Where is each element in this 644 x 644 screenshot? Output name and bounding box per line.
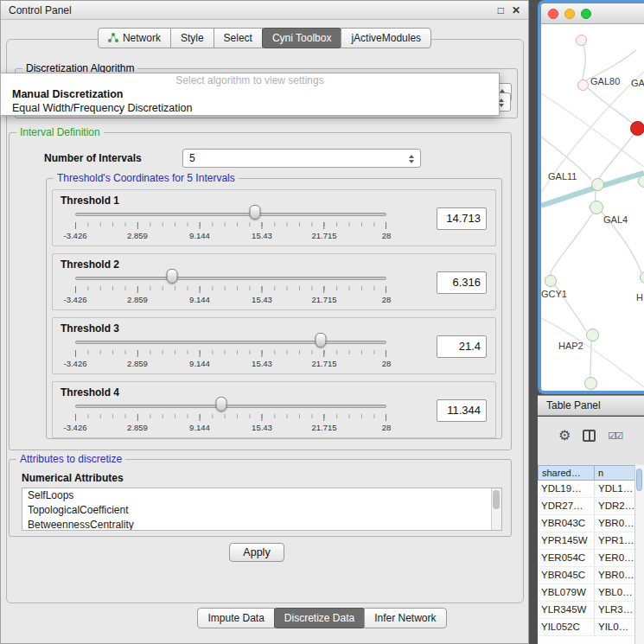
columns-icon[interactable]: [583, 430, 596, 442]
network-node[interactable]: [576, 35, 587, 46]
tab-infer-network[interactable]: Infer Network: [364, 608, 446, 628]
slider-tick-labels: -3.426 2.859 9.144 15.43 21.715 28: [75, 359, 386, 368]
slider-major-ticks: [75, 414, 386, 421]
slider-major-ticks: [75, 350, 386, 357]
table-cell[interactable]: YDL19…: [538, 481, 595, 497]
threshold-4-slider[interactable]: -3.426 2.859 9.144 15.43 21.715 28: [75, 396, 386, 436]
tab-impute-data[interactable]: Impute Data: [197, 608, 274, 628]
tick-label: 21.715: [311, 295, 336, 304]
threshold-1-value-field[interactable]: 14.713: [437, 207, 487, 230]
threshold-4-value-field[interactable]: 11.344: [437, 399, 487, 422]
table-cell[interactable]: YDR27…: [538, 498, 595, 514]
tab-label: Select: [224, 32, 252, 44]
spinner-arrows-icon: [407, 152, 416, 165]
slider-tick-labels: -3.426 2.859 9.144 15.43 21.715 28: [75, 295, 386, 304]
table-row[interactable]: YPR145WYPR1…: [538, 532, 644, 550]
slider-handle[interactable]: [249, 205, 260, 220]
zoom-traffic-light[interactable]: [581, 9, 591, 19]
close-traffic-light[interactable]: [548, 9, 558, 19]
node-label-gal80: GAL80: [590, 76, 620, 86]
slider-track[interactable]: [75, 341, 386, 344]
table-row[interactable]: YDL19…YDL1…: [538, 481, 644, 498]
slider-track[interactable]: [75, 277, 386, 280]
tick-label: 15.43: [252, 231, 272, 240]
group-title: Attributes to discretize: [16, 453, 125, 465]
network-canvas[interactable]: GAL80 GA GAL11 GAL4 GCY1 HAP2 H: [541, 24, 644, 391]
tick-label: 28: [382, 295, 392, 304]
table-cell[interactable]: YBR045C: [538, 567, 595, 583]
number-of-intervals-label: Number of Intervals: [44, 152, 142, 164]
slider-track[interactable]: [75, 405, 386, 408]
slider-handle[interactable]: [216, 397, 227, 411]
node-label-gal4: GAL4: [603, 214, 628, 225]
threshold-3-slider[interactable]: -3.426 2.859 9.144 15.43 21.715 28: [75, 332, 386, 372]
table-cell[interactable]: YBL079W: [538, 584, 595, 601]
close-window-icon[interactable]: ✕: [512, 5, 520, 16]
table-panel-header: Table Panel: [538, 395, 644, 416]
select-columns-icon[interactable]: ☑☑: [608, 430, 622, 442]
network-node-selected[interactable]: [630, 121, 644, 136]
number-of-intervals-spinner[interactable]: 5: [182, 149, 421, 168]
network-node[interactable]: [590, 201, 603, 214]
tick-label: 2.859: [127, 359, 148, 368]
table-row[interactable]: YBL079WYBL0…: [538, 584, 644, 602]
table-row[interactable]: YER054CYER0…: [538, 550, 644, 567]
threshold-1-slider[interactable]: -3.426 2.859 9.144 15.43 21.715 28: [75, 204, 386, 244]
tab-discretize-data[interactable]: Discretize Data: [274, 608, 365, 628]
column-header-shared-name[interactable]: shared…: [538, 465, 595, 481]
threshold-3-value-field[interactable]: 21.4: [437, 335, 487, 358]
tick-label: 15.43: [252, 423, 272, 432]
apply-button[interactable]: Apply: [229, 543, 284, 562]
gear-icon[interactable]: ⚙: [558, 429, 571, 443]
float-window-icon[interactable]: □: [498, 5, 504, 16]
numerical-attributes-label: Numerical Attributes: [22, 472, 124, 484]
tick-label: 21.715: [311, 359, 336, 368]
network-node[interactable]: [584, 377, 597, 390]
tab-cyni-toolbox[interactable]: Cyni Toolbox: [262, 28, 341, 48]
list-item[interactable]: TopologicalCoefficient: [22, 503, 501, 518]
network-icon: [108, 33, 118, 43]
tab-label: Style: [181, 32, 204, 44]
tick-label: -3.426: [64, 295, 87, 304]
list-scrollbar[interactable]: [491, 488, 501, 530]
tick-label: 15.43: [252, 295, 272, 304]
tab-style[interactable]: Style: [170, 28, 214, 48]
tab-jactivemodules[interactable]: jActiveModules: [341, 28, 431, 48]
table-cell[interactable]: YPR145W: [538, 532, 595, 549]
network-node[interactable]: [545, 275, 557, 287]
tab-label: Cyni Toolbox: [272, 32, 331, 44]
network-node[interactable]: [577, 80, 589, 91]
node-label-ga: GA: [631, 78, 644, 88]
algorithm-option-equal-width[interactable]: Equal Width/Frequency Discretization: [1, 101, 499, 115]
algorithm-option-manual[interactable]: Manual Discretization: [1, 87, 499, 101]
scrollbar-thumb[interactable]: [493, 490, 500, 509]
table-row[interactable]: YDR27…YDR2…: [538, 498, 644, 515]
slider-handle[interactable]: [166, 269, 177, 284]
minimize-traffic-light[interactable]: [564, 9, 575, 19]
tick-label: 9.144: [189, 295, 210, 304]
numerical-attributes-list[interactable]: SelfLoops TopologicalCoefficient Between…: [22, 488, 502, 531]
threshold-2-slider[interactable]: -3.426 2.859 9.144 15.43 21.715 28: [75, 268, 386, 308]
threshold-2-value-field[interactable]: 6.316: [437, 271, 487, 294]
list-item[interactable]: SelfLoops: [22, 488, 501, 503]
table-row[interactable]: YBR043CYBR0…: [538, 515, 644, 532]
table-cell[interactable]: YER054C: [538, 550, 595, 566]
network-window-titlebar: [541, 3, 644, 24]
algorithm-hint: Select algorithm to view settings: [1, 73, 499, 87]
slider-tick-labels: -3.426 2.859 9.144 15.43 21.715 28: [75, 423, 386, 432]
network-node[interactable]: [586, 328, 599, 341]
tab-select[interactable]: Select: [214, 28, 263, 48]
thresholds-group: Threshold's Coordinates for 5 Intervals …: [46, 178, 502, 439]
table-row[interactable]: YBR045CYBR0…: [538, 567, 644, 584]
intervals-value: 5: [189, 152, 195, 164]
tick-label: 9.144: [189, 231, 210, 240]
table-cell[interactable]: YBR043C: [538, 515, 595, 532]
network-node[interactable]: [591, 178, 604, 191]
tick-label: 15.43: [252, 359, 272, 368]
scrollbar-thumb[interactable]: [636, 469, 642, 491]
slider-track[interactable]: [75, 213, 386, 216]
tab-network[interactable]: Network: [98, 28, 171, 48]
slider-handle[interactable]: [316, 333, 327, 348]
list-item[interactable]: BetweennessCentrality: [22, 518, 501, 531]
node-label-gal11: GAL11: [548, 171, 577, 182]
